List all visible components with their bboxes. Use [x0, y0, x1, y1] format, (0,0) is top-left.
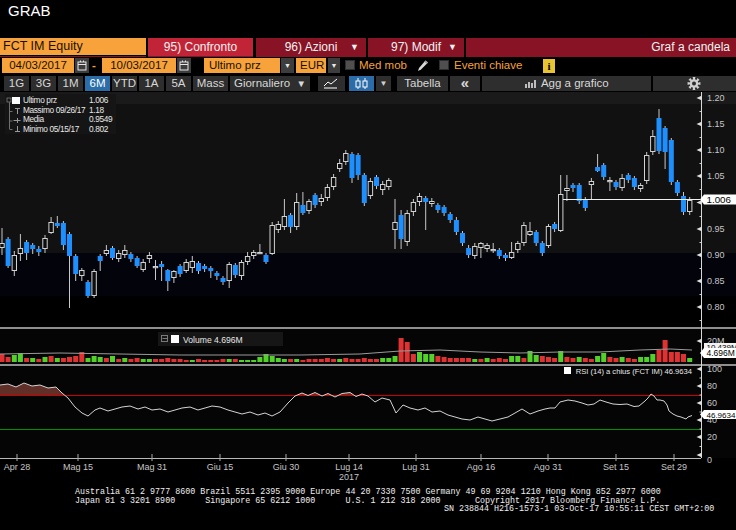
svg-text:0.85: 0.85	[707, 276, 725, 286]
svg-text:Ultimo prz: Ultimo prz	[23, 95, 57, 105]
svg-text:Volume 4.696M: Volume 4.696M	[183, 335, 243, 345]
svg-text:Lug 14: Lug 14	[335, 462, 363, 472]
svg-text:0.802: 0.802	[89, 124, 109, 134]
svg-text:Apr 28: Apr 28	[4, 462, 31, 472]
svg-text:1.006: 1.006	[707, 194, 732, 205]
svg-text:Ago 31: Ago 31	[534, 462, 563, 472]
svg-text:0: 0	[707, 455, 712, 465]
svg-text:Ago 16: Ago 16	[467, 462, 496, 472]
svg-text:80: 80	[707, 381, 717, 391]
svg-text:Set 15: Set 15	[603, 462, 629, 472]
svg-text:Minimo 05/15/17: Minimo 05/15/17	[23, 124, 80, 134]
svg-text:4.696M: 4.696M	[707, 348, 735, 358]
svg-text:Set 29: Set 29	[661, 462, 687, 472]
svg-text:1.15: 1.15	[707, 119, 725, 129]
svg-text:Media: Media	[23, 114, 45, 124]
svg-text:Mag 31: Mag 31	[137, 462, 167, 472]
svg-text:Mag 15: Mag 15	[63, 462, 93, 472]
svg-text:Giu 15: Giu 15	[207, 462, 234, 472]
svg-text:1.20: 1.20	[707, 93, 725, 103]
svg-text:Lug 31: Lug 31	[402, 462, 430, 472]
svg-text:Giu 30: Giu 30	[273, 462, 300, 472]
svg-text:46.9634: 46.9634	[707, 411, 736, 420]
svg-text:2017: 2017	[339, 472, 359, 482]
svg-text:100: 100	[707, 364, 722, 374]
svg-text:1.006: 1.006	[89, 95, 109, 105]
svg-text:0.95: 0.95	[707, 224, 725, 234]
svg-text:0.90: 0.90	[707, 250, 725, 260]
svg-text:0.80: 0.80	[707, 302, 725, 312]
svg-text:1.05: 1.05	[707, 171, 725, 181]
svg-text:20: 20	[707, 432, 717, 442]
svg-text:RSI (14) a chius (FCT IM) 46.: RSI (14) a chius (FCT IM) 46.9634	[576, 367, 692, 376]
svg-text:60: 60	[707, 398, 717, 408]
svg-text:1.18: 1.18	[89, 105, 104, 115]
svg-text:0.9549: 0.9549	[89, 114, 113, 124]
svg-text:Massimo 09/26/17: Massimo 09/26/17	[23, 105, 86, 115]
svg-text:1.10: 1.10	[707, 145, 725, 155]
